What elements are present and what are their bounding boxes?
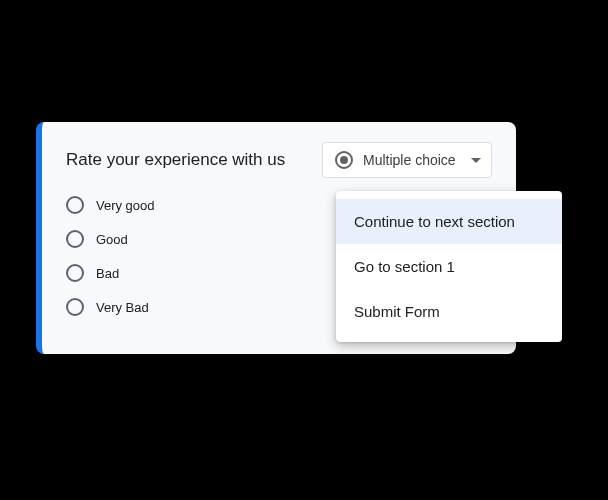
radio-empty-icon (66, 298, 84, 316)
dropdown-item-goto-section-1[interactable]: Go to section 1 (336, 244, 562, 289)
option-label: Very good (96, 198, 155, 213)
dropdown-item-continue[interactable]: Continue to next section (336, 199, 562, 244)
dropdown-item-submit-form[interactable]: Submit Form (336, 289, 562, 334)
section-action-dropdown: Continue to next section Go to section 1… (336, 191, 562, 342)
question-header: Rate your experience with us Multiple ch… (66, 142, 492, 178)
radio-empty-icon (66, 264, 84, 282)
radio-empty-icon (66, 196, 84, 214)
radio-empty-icon (66, 230, 84, 248)
option-label: Good (96, 232, 128, 247)
option-label: Very Bad (96, 300, 149, 315)
question-type-label: Multiple choice (363, 152, 461, 168)
option-label: Bad (96, 266, 119, 281)
chevron-down-icon (471, 158, 481, 163)
question-title[interactable]: Rate your experience with us (66, 150, 285, 170)
radio-filled-icon (335, 151, 353, 169)
question-type-selector[interactable]: Multiple choice (322, 142, 492, 178)
